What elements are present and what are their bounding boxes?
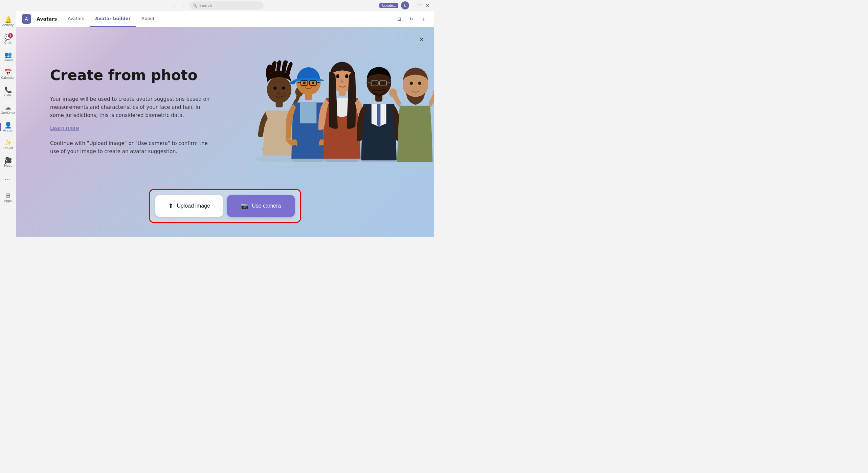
- upload-icon: ⬆: [168, 202, 173, 210]
- sidebar-label-chat: Chat: [4, 41, 12, 44]
- upload-label: Upload image: [177, 203, 210, 209]
- tab-avatar-builder[interactable]: Avatar builder: [90, 11, 136, 27]
- close-window-button[interactable]: ✕: [425, 2, 430, 9]
- forward-button[interactable]: ›: [180, 1, 188, 9]
- svg-point-15: [303, 82, 306, 85]
- main-heading: Create from photo: [50, 67, 219, 84]
- svg-point-38: [418, 82, 421, 85]
- avatar-illustration-section: [246, 33, 434, 175]
- sidebar-label-teams: Teams: [3, 58, 13, 62]
- tab-avatars[interactable]: Avatars: [62, 11, 90, 27]
- sidebar-item-meet[interactable]: 🎥 Meet: [1, 154, 15, 170]
- sidebar-item-calendar[interactable]: 📅 Calendar: [1, 66, 15, 82]
- app-header: A Avatars Avatars Avatar builder About ⊡…: [16, 11, 434, 27]
- search-placeholder: Search: [199, 3, 212, 8]
- title-bar: ‹ › 🔍 Search Update... U – □ ✕: [0, 0, 434, 11]
- sidebar-label-copilot: Copilot: [3, 146, 14, 150]
- title-bar-nav: ‹ › 🔍 Search: [170, 1, 264, 9]
- header-right: ⊡ ↻ +: [395, 14, 428, 24]
- modal-content: Create from photo Your image will be use…: [16, 27, 434, 237]
- back-button[interactable]: ‹: [170, 1, 178, 9]
- copilot-icon: ✨: [4, 140, 12, 146]
- calendar-icon: 📅: [4, 69, 12, 75]
- sidebar-label-meet: Meet: [4, 164, 12, 167]
- use-camera-button[interactable]: 📷 Use camera: [227, 195, 295, 217]
- refresh-icon[interactable]: ↻: [407, 14, 416, 24]
- svg-point-20: [336, 75, 339, 78]
- maximize-button[interactable]: □: [417, 2, 422, 9]
- sidebar-label-calendar: Calendar: [1, 76, 15, 79]
- sidebar-label-apps: Apps: [4, 199, 12, 203]
- svg-point-30: [373, 82, 376, 85]
- sidebar-item-copilot[interactable]: ✨ Copilot: [1, 137, 15, 153]
- svg-point-31: [382, 82, 384, 85]
- svg-point-5: [282, 87, 285, 90]
- teams-icon: 👥: [4, 52, 12, 58]
- svg-point-21: [345, 75, 349, 78]
- camera-icon: 📷: [241, 202, 248, 210]
- upload-image-button[interactable]: ⬆ Upload image: [155, 195, 223, 217]
- camera-label: Use camera: [252, 203, 281, 209]
- user-avatar[interactable]: U: [401, 1, 409, 9]
- onedrive-icon: ☁: [5, 104, 11, 111]
- sidebar: 🔔 Activity 💬 Chat 3 👥 Teams 📅 Calendar 📞…: [0, 11, 16, 237]
- sidebar-item-apps[interactable]: ⊞ Apps: [1, 189, 15, 206]
- avatar-nav-icon: 👤: [4, 122, 12, 128]
- svg-point-33: [389, 88, 397, 97]
- more-icon: ···: [5, 177, 11, 183]
- sidebar-item-activity[interactable]: 🔔 Activity: [1, 14, 15, 30]
- nav-tabs: Avatars Avatar builder About: [62, 11, 160, 27]
- app-logo: A: [22, 14, 31, 24]
- avatars-group-svg: [246, 33, 434, 162]
- description-text: Your image will be used to create avatar…: [50, 95, 213, 119]
- sidebar-label-onedrive: OneDrive: [1, 111, 15, 115]
- apps-icon: ⊞: [5, 192, 10, 198]
- sidebar-label-activity: Activity: [2, 23, 14, 27]
- update-button[interactable]: Update...: [379, 3, 399, 8]
- sidebar-item-teams[interactable]: 👥 Teams: [1, 49, 15, 65]
- learn-more-link[interactable]: Learn more: [50, 125, 79, 131]
- svg-point-3: [267, 76, 291, 103]
- minimize-button[interactable]: –: [412, 2, 415, 9]
- sidebar-label-avatar: Avatar: [3, 129, 13, 132]
- activity-icon: 🔔: [4, 17, 12, 23]
- chat-badge: 3: [8, 33, 13, 38]
- search-bar[interactable]: 🔍 Search: [189, 1, 264, 9]
- buttons-highlight-container: ⬆ Upload image 📷 Use camera: [149, 189, 301, 223]
- modal-background: ✕ Create from photo Your image will be u…: [16, 27, 434, 237]
- content-row: Create from photo Your image will be use…: [16, 27, 434, 182]
- confirm-text: Continue with "Upload image" or "Use cam…: [50, 139, 213, 156]
- popout-icon[interactable]: ⊡: [395, 14, 404, 24]
- text-section: Create from photo Your image will be use…: [16, 47, 246, 162]
- meet-icon: 🎥: [4, 157, 12, 163]
- sidebar-item-chat[interactable]: 💬 Chat 3: [1, 31, 15, 47]
- sidebar-item-more[interactable]: ···: [1, 172, 15, 188]
- app-layout: 🔔 Activity 💬 Chat 3 👥 Teams 📅 Calendar 📞…: [0, 11, 434, 237]
- app-title: Avatars: [37, 16, 57, 22]
- svg-point-37: [409, 82, 413, 85]
- sidebar-item-calls[interactable]: 📞 Calls: [1, 84, 15, 100]
- svg-point-16: [312, 82, 314, 85]
- close-button[interactable]: ✕: [416, 34, 427, 45]
- bottom-section: ⬆ Upload image 📷 Use camera: [16, 182, 434, 237]
- search-icon: 🔍: [193, 3, 197, 8]
- title-bar-right: Update... U – □ ✕: [379, 1, 430, 9]
- add-icon[interactable]: +: [419, 14, 428, 24]
- sidebar-item-avatar[interactable]: 👤 Avatar: [1, 119, 15, 135]
- calls-icon: 📞: [4, 87, 12, 93]
- main-content: A Avatars Avatars Avatar builder About ⊡…: [16, 11, 434, 237]
- sidebar-item-onedrive[interactable]: ☁ OneDrive: [1, 101, 15, 118]
- svg-point-4: [273, 87, 277, 90]
- sidebar-label-calls: Calls: [4, 94, 12, 97]
- tab-about[interactable]: About: [136, 11, 160, 27]
